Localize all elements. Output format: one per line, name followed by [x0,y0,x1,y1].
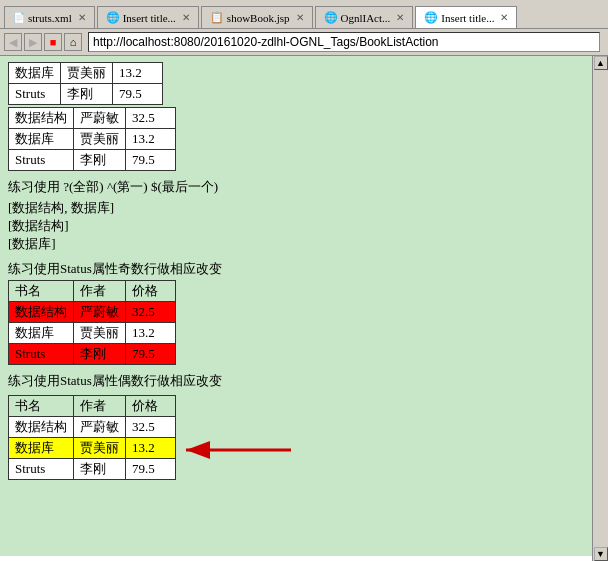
tab-bar: 📄 struts.xml ✕ 🌐 Insert title... ✕ 📋 sho… [0,0,608,28]
tab-ognl-label: OgnlIAct... [341,12,391,24]
tab-struts-label: struts.xml [28,12,72,24]
cell-price: 13.2 [126,323,176,344]
stop-button[interactable]: ■ [44,33,62,51]
file-icon: 📋 [210,11,224,24]
table-row: 数据库 贾美丽 13.2 [9,129,176,150]
cell-price: 32.5 [126,108,176,129]
tab-insert2-label: Insert title... [441,12,494,24]
section1-line2: [数据结构] [8,217,600,235]
tab-ognl[interactable]: 🌐 OgnlIAct... ✕ [315,6,414,28]
header-author: 作者 [74,395,126,416]
table-row: Struts 李刚 79.5 [9,458,176,479]
header-author: 作者 [74,281,126,302]
cell-book: Struts [9,150,74,171]
cell-price: 32.5 [126,302,176,323]
table-even-rows: 书名 作者 价格 数据结构 严蔚敏 32.5 数据库 贾美丽 13.2 Stru… [8,395,176,480]
forward-button[interactable]: ▶ [24,33,42,51]
tab-showbook-label: showBook.jsp [227,12,290,24]
xml-icon: 📄 [13,12,25,23]
cell-author: 李刚 [74,458,126,479]
cell-author: 贾美丽 [74,129,126,150]
globe-icon-1: 🌐 [106,11,120,24]
header-price: 价格 [126,395,176,416]
cell-author: 贾美丽 [74,323,126,344]
table-row: Struts 李刚 79.5 [9,84,163,105]
cell-author: 严蔚敏 [74,108,126,129]
tab-showbook[interactable]: 📋 showBook.jsp ✕ [201,6,313,28]
header-price: 价格 [126,281,176,302]
cell-author: 李刚 [74,150,126,171]
section1-line3: [数据库] [8,235,600,253]
cell-author: 李刚 [74,344,126,365]
table-header-row: 书名 作者 价格 [9,395,176,416]
cell-book: 数据库 [9,63,61,84]
table-row: Struts 李刚 79.5 [9,150,176,171]
tab-struts[interactable]: 📄 struts.xml ✕ [4,6,95,28]
cell-book: 数据库 [9,129,74,150]
cell-price: 79.5 [126,150,176,171]
globe-icon-2: 🌐 [324,11,338,24]
table-top-partial: 数据库 贾美丽 13.2 Struts 李刚 79.5 [8,62,163,105]
header-book: 书名 [9,395,74,416]
tab-insert1-close[interactable]: ✕ [182,12,190,23]
section1-title: 练习使用 ?(全部) ^(第一) $(最后一个) [8,177,600,197]
cell-price: 13.2 [126,129,176,150]
cell-book: Struts [9,458,74,479]
globe-icon-3: 🌐 [424,11,438,24]
cell-author: 李刚 [61,84,113,105]
scroll-up-button[interactable]: ▲ [594,56,608,70]
header-book: 书名 [9,281,74,302]
table-odd-rows: 书名 作者 价格 数据结构 严蔚敏 32.5 数据库 贾美丽 13.2 Stru… [8,280,176,365]
tab-insert1-label: Insert title... [123,12,176,24]
tab-showbook-close[interactable]: ✕ [296,12,304,23]
table-row-highlighted: 数据库 贾美丽 13.2 [9,437,176,458]
cell-author: 贾美丽 [61,63,113,84]
cell-author: 严蔚敏 [74,416,126,437]
cell-price: 13.2 [126,437,176,458]
scrollbar[interactable]: ▲ ▼ [592,56,608,556]
cell-price: 79.5 [113,84,163,105]
cell-book: 数据库 [9,437,74,458]
scroll-down-button[interactable]: ▼ [594,547,608,556]
cell-book: 数据库 [9,323,74,344]
tab-insert2[interactable]: 🌐 Insert title... ✕ [415,6,517,28]
cell-book: 数据结构 [9,108,74,129]
cell-book: 数据结构 [9,302,74,323]
section3-title: 练习使用Status属性偶数行做相应改变 [8,371,600,391]
section2-title: 练习使用Status属性奇数行做相应改变 [8,259,600,279]
table-row: 数据库 贾美丽 13.2 [9,63,163,84]
tab-insert1[interactable]: 🌐 Insert title... ✕ [97,6,199,28]
table-row: Struts 李刚 79.5 [9,344,176,365]
address-bar[interactable] [88,32,600,52]
nav-bar: ◀ ▶ ■ ⌂ [0,28,608,56]
tab-insert2-close[interactable]: ✕ [500,12,508,23]
cell-price: 13.2 [113,63,163,84]
page-content: 数据库 贾美丽 13.2 Struts 李刚 79.5 数据结构 严蔚敏 32.… [0,56,608,556]
tab-ognl-close[interactable]: ✕ [396,12,404,23]
cell-book: Struts [9,344,74,365]
cell-book: 数据结构 [9,416,74,437]
tab-struts-close[interactable]: ✕ [78,12,86,23]
table-row: 数据库 贾美丽 13.2 [9,323,176,344]
cell-author: 严蔚敏 [74,302,126,323]
cell-price: 32.5 [126,416,176,437]
arrow-indicator [181,435,301,465]
cell-book: Struts [9,84,61,105]
table-row: 数据结构 严蔚敏 32.5 [9,302,176,323]
table-second: 数据结构 严蔚敏 32.5 数据库 贾美丽 13.2 Struts 李刚 79.… [8,107,176,171]
home-button[interactable]: ⌂ [64,33,82,51]
table-header-row: 书名 作者 价格 [9,281,176,302]
cell-author: 贾美丽 [74,437,126,458]
section1-line1: [数据结构, 数据库] [8,199,600,217]
cell-price: 79.5 [126,344,176,365]
table-row: 数据结构 严蔚敏 32.5 [9,108,176,129]
back-button[interactable]: ◀ [4,33,22,51]
table-row: 数据结构 严蔚敏 32.5 [9,416,176,437]
cell-price: 79.5 [126,458,176,479]
